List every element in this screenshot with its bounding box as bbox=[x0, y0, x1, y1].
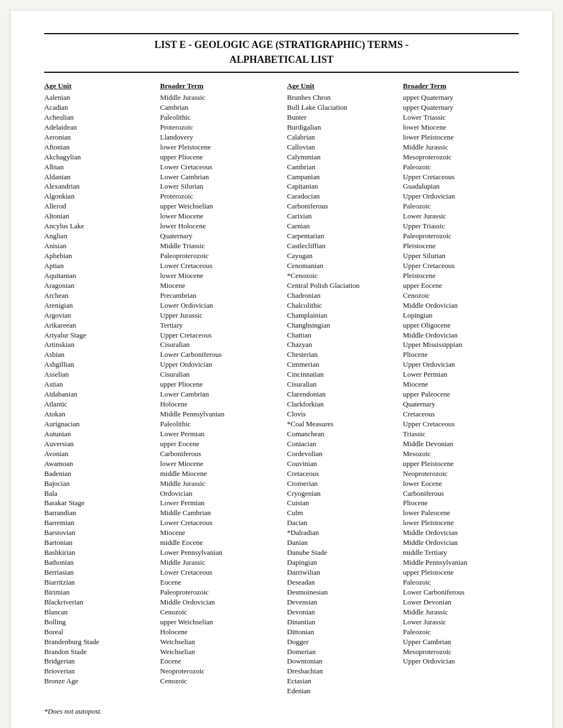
list-item: Neoproterozoic bbox=[403, 469, 517, 479]
list-item: Eocene bbox=[160, 656, 274, 666]
right-broader-entries: upper Quaternaryupper QuaternaryLower Tr… bbox=[403, 93, 517, 666]
list-item: Upper Cambrian bbox=[403, 637, 517, 647]
list-item: Chazyan bbox=[287, 340, 401, 350]
list-item: Ariyalur Stage bbox=[44, 330, 158, 340]
list-item: Callovian bbox=[287, 142, 401, 152]
list-item: Clovis bbox=[287, 409, 401, 419]
col-age-unit-right: Age Unit Brunhes ChronBull Lake Glaciati… bbox=[287, 82, 403, 696]
list-item: upper Weichselian bbox=[160, 201, 274, 211]
list-item: Upper Cretaceous bbox=[403, 261, 517, 271]
col-age-unit-left: Age Unit AalenianAcadianAcheulianAdelaid… bbox=[44, 82, 160, 696]
list-item: upper Pliocene bbox=[160, 379, 274, 389]
list-item: Lower Pennsylvanian bbox=[160, 548, 274, 558]
list-item: Llandovery bbox=[160, 132, 274, 142]
list-item: Alexandrian bbox=[44, 181, 158, 191]
list-item: Lower Cambrian bbox=[160, 172, 274, 182]
list-item: Anisian bbox=[44, 241, 158, 251]
list-item: Mesoproterozoic bbox=[403, 152, 517, 162]
list-item: Pleistocene bbox=[403, 241, 517, 251]
list-item: Ectasian bbox=[287, 676, 401, 686]
list-item: Cincinnatian bbox=[287, 370, 401, 379]
list-item: Berriasian bbox=[44, 568, 158, 577]
list-item: Upper Silurian bbox=[403, 251, 517, 261]
list-item: Coniacian bbox=[287, 439, 401, 449]
list-item: Aftonian bbox=[44, 142, 158, 152]
list-item: Middle Ordovician bbox=[403, 528, 517, 538]
list-item: Cromerian bbox=[287, 479, 401, 489]
list-item: Middle Ordovician bbox=[403, 538, 517, 548]
list-item: Neoproterozoic bbox=[160, 666, 274, 676]
list-item: Acheulian bbox=[44, 113, 158, 122]
list-item: Atokan bbox=[44, 409, 158, 419]
list-item: Cordevolian bbox=[287, 449, 401, 459]
list-item: upper Eocene bbox=[160, 439, 274, 449]
list-item: Atdabanian bbox=[44, 389, 158, 399]
list-item: Dresbachian bbox=[287, 666, 401, 676]
list-item: Paleozoic bbox=[403, 201, 517, 211]
list-item: Caradocian bbox=[287, 191, 401, 201]
left-broader-entries: Middle JurassicCambrianPaleolithicProter… bbox=[160, 93, 274, 686]
list-item: Capitanian bbox=[287, 181, 401, 191]
list-item: Danube Stade bbox=[287, 548, 401, 558]
bottom-rule bbox=[44, 72, 519, 73]
list-item: Blancan bbox=[44, 607, 158, 617]
list-item: Carnian bbox=[287, 221, 401, 231]
list-item: Lower Devonian bbox=[403, 597, 517, 607]
list-item: Dinantian bbox=[287, 617, 401, 627]
list-item: Paleozoic bbox=[403, 162, 517, 172]
list-item: Aeronian bbox=[44, 132, 158, 142]
list-item: *Dalradian bbox=[287, 528, 401, 538]
list-item: Middle Triassic bbox=[160, 241, 274, 251]
list-item: Lower Cretaceous bbox=[160, 261, 274, 271]
list-item: Paleozoic bbox=[403, 627, 517, 637]
list-item: Danian bbox=[287, 538, 401, 548]
list-item: Lower Permian bbox=[160, 429, 274, 439]
list-item: Lower Jurassic bbox=[403, 617, 517, 627]
list-item: Arenigian bbox=[44, 301, 158, 311]
list-item: Paleoproterozoic bbox=[160, 251, 274, 261]
list-item: Blackriverian bbox=[44, 597, 158, 607]
list-item: Central Polish Glaciation bbox=[287, 281, 401, 291]
list-item: Upper Mississippian bbox=[403, 340, 517, 350]
list-item: Cambrian bbox=[160, 103, 274, 113]
list-item: Bartonian bbox=[44, 538, 158, 548]
list-item: Upper Cretaceous bbox=[403, 172, 517, 182]
list-item: Cenozoic bbox=[160, 607, 274, 617]
list-item: Clarkforkian bbox=[287, 399, 401, 409]
list-item: Weichselian bbox=[160, 647, 274, 657]
list-item: Upper Triassic bbox=[403, 221, 517, 231]
list-item: Aurignacian bbox=[44, 419, 158, 429]
list-item: lower Pleistocene bbox=[403, 132, 517, 142]
list-item: Tertiary bbox=[160, 320, 274, 330]
list-item: Carboniferous bbox=[287, 201, 401, 211]
list-item: Bronze Age bbox=[44, 676, 158, 686]
list-item: Lower Cretaceous bbox=[160, 568, 274, 577]
list-item: Cayugan bbox=[287, 251, 401, 261]
list-item: Lower Cambrian bbox=[160, 389, 274, 399]
list-item: Lower Triassic bbox=[403, 113, 517, 122]
list-item: Lower Cretaceous bbox=[160, 518, 274, 528]
list-item: Precambrian bbox=[160, 291, 274, 301]
left-col-pair: Age Unit AalenianAcadianAcheulianAdelaid… bbox=[44, 82, 276, 696]
list-item: Lower Silurian bbox=[160, 181, 274, 191]
list-item: Awamoan bbox=[44, 459, 158, 469]
list-item: Quaternary bbox=[160, 231, 274, 241]
list-item: lower Pleistocene bbox=[160, 142, 274, 152]
list-item: Lower Carboniferous bbox=[403, 587, 517, 597]
list-item: Lower Ordovician bbox=[160, 301, 274, 311]
list-item: Castlecliffian bbox=[287, 241, 401, 251]
list-item: Bolling bbox=[44, 617, 158, 627]
list-item: Aragonian bbox=[44, 281, 158, 291]
page-title: LIST E - GEOLOGIC AGE (STRATIGRAPHIC) TE… bbox=[44, 38, 519, 67]
list-item: Anglian bbox=[44, 231, 158, 241]
list-item: Domerian bbox=[287, 647, 401, 657]
list-item: Barremian bbox=[44, 518, 158, 528]
list-item: Lower Cretaceous bbox=[160, 162, 274, 172]
list-item: Chesterian bbox=[287, 350, 401, 360]
list-item: Cenomanian bbox=[287, 261, 401, 271]
list-item: Pleistocene bbox=[403, 271, 517, 281]
list-item: lower Miocene bbox=[160, 271, 274, 281]
list-item: Eocene bbox=[160, 577, 274, 587]
list-item: Bull Lake Glaciation bbox=[287, 103, 401, 113]
list-item: Middle Ordovician bbox=[160, 597, 274, 607]
